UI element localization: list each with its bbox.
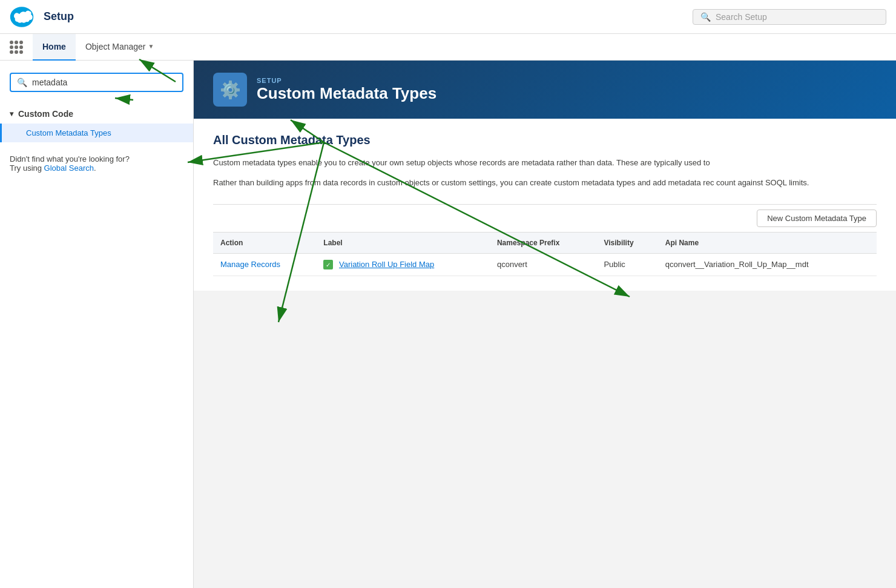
table-row: Manage Records ✓ Variation Roll Up Field… — [213, 253, 877, 276]
sidebar: 🔍 ▾ Custom Code Custom Metadata Types Di… — [0, 61, 194, 588]
description-2: Rather than building apps from data reco… — [213, 177, 877, 190]
section-title: All Custom Metadata Types — [213, 133, 877, 147]
page-header-icon-wrapper: ⚙️ — [213, 73, 247, 107]
page-content: All Custom Metadata Types Custom metadat… — [194, 119, 896, 291]
cell-visibility: Public — [596, 253, 657, 276]
tab-object-manager[interactable]: Object Manager ▼ — [76, 34, 164, 61]
col-header-action: Action — [213, 233, 316, 254]
sidebar-section-custom-code: ▾ Custom Code Custom Metadata Types — [0, 102, 193, 145]
metadata-types-table-section: New Custom Metadata Type Action Label Na… — [213, 204, 877, 277]
page-header-text: SETUP Custom Metadata Types — [257, 77, 436, 103]
new-custom-metadata-type-button[interactable]: New Custom Metadata Type — [757, 210, 877, 227]
sidebar-search-container: 🔍 — [10, 73, 183, 92]
col-header-api-name: Api Name — [658, 233, 877, 254]
sidebar-section-custom-code-header[interactable]: ▾ Custom Code — [0, 104, 193, 124]
content-area: ⚙️ SETUP Custom Metadata Types All Custo… — [194, 61, 896, 588]
col-header-namespace: Namespace Prefix — [490, 233, 596, 254]
table-header-row: Action Label Namespace Prefix Visibility… — [213, 233, 877, 254]
global-search-input[interactable] — [716, 12, 878, 22]
object-manager-chevron-icon: ▼ — [148, 43, 154, 50]
search-icon: 🔍 — [700, 12, 711, 22]
main-layout: 🔍 ▾ Custom Code Custom Metadata Types Di… — [0, 61, 896, 588]
nav-tabs: Home Object Manager ▼ — [0, 34, 896, 61]
col-header-label: Label — [316, 233, 490, 254]
sidebar-search-icon: 🔍 — [17, 78, 27, 87]
cell-api-name: qconvert__Variation_Roll_Up_Map__mdt — [658, 253, 877, 276]
table-toolbar: New Custom Metadata Type — [213, 204, 877, 233]
sidebar-item-custom-metadata-types[interactable]: Custom Metadata Types — [0, 124, 193, 142]
sidebar-search-input[interactable] — [32, 78, 176, 87]
variation-roll-up-link[interactable]: Variation Roll Up Field Map — [339, 260, 434, 269]
cell-action: Manage Records — [213, 253, 316, 276]
app-launcher-icon[interactable] — [10, 41, 23, 54]
sidebar-section-chevron-icon: ▾ — [10, 110, 13, 118]
setup-gear-icon: ⚙️ — [220, 80, 241, 100]
cell-label: ✓ Variation Roll Up Field Map — [316, 253, 490, 276]
manage-records-link[interactable]: Manage Records — [220, 260, 280, 269]
col-header-visibility: Visibility — [596, 233, 657, 254]
sidebar-hint: Didn't find what you're looking for? Try… — [0, 145, 193, 182]
metadata-check-icon: ✓ — [323, 260, 333, 269]
tab-home[interactable]: Home — [33, 34, 76, 61]
setup-label: SETUP — [257, 77, 436, 84]
global-search-container: 🔍 — [693, 9, 886, 25]
app-name: Setup — [44, 10, 74, 23]
salesforce-logo — [10, 5, 34, 29]
top-header: Setup 🔍 — [0, 0, 896, 34]
page-header-banner: ⚙️ SETUP Custom Metadata Types — [194, 61, 896, 119]
page-header-title: Custom Metadata Types — [257, 84, 436, 103]
description-1: Custom metadata types enable you to crea… — [213, 157, 877, 170]
cell-namespace: qconvert — [490, 253, 596, 276]
global-search-link[interactable]: Global Search — [44, 164, 94, 173]
metadata-types-table: Action Label Namespace Prefix Visibility… — [213, 233, 877, 277]
metadata-icon: ✓ — [323, 260, 333, 269]
